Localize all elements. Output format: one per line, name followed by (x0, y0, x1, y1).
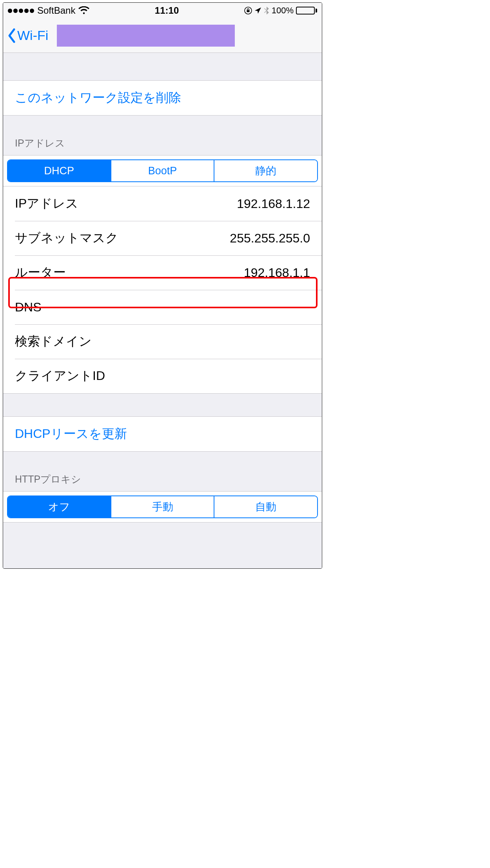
client-id-label: クライアントID (15, 367, 105, 385)
orientation-lock-icon (244, 7, 252, 14)
battery-icon (296, 7, 317, 14)
status-right: 100% (244, 5, 317, 16)
clock: 11:10 (155, 5, 179, 16)
row-ip-address[interactable]: IPアドレス 192.168.1.12 (3, 186, 322, 221)
signal-strength-icon (8, 9, 34, 13)
renew-lease-button[interactable]: DHCPリースを更新 (3, 417, 322, 451)
spacer (3, 116, 322, 137)
segment-dhcp[interactable]: DHCP (8, 160, 111, 181)
subnet-mask-label: サブネットマスク (15, 230, 118, 247)
row-client-id[interactable]: クライアントID (3, 359, 322, 393)
row-router[interactable]: ルーター 192.168.1.1 (3, 255, 322, 290)
segment-bootp[interactable]: BootP (111, 160, 214, 181)
forget-network-label: このネットワーク設定を削除 (15, 89, 181, 107)
proxy-segmented: オフ 手動 自動 (7, 495, 318, 518)
segment-proxy-off[interactable]: オフ (8, 496, 111, 517)
carrier-label: SoftBank (37, 5, 75, 16)
settings-screen: SoftBank 11:10 100% Wi- (3, 2, 322, 569)
proxy-segmented-wrap: オフ 手動 自動 (3, 491, 322, 523)
segment-proxy-manual[interactable]: 手動 (111, 496, 214, 517)
http-proxy-header: HTTPプロキシ (3, 473, 322, 491)
ip-config-segmented-wrap: DHCP BootP 静的 (3, 155, 322, 186)
wifi-icon (78, 6, 89, 15)
dns-label: DNS (15, 300, 42, 315)
spacer (3, 452, 322, 473)
chevron-left-icon (6, 27, 17, 44)
row-subnet-mask[interactable]: サブネットマスク 255.255.255.0 (3, 221, 322, 255)
status-bar: SoftBank 11:10 100% (3, 3, 322, 18)
router-label: ルーター (15, 264, 66, 281)
ip-address-label: IPアドレス (15, 195, 78, 212)
spacer (3, 53, 322, 80)
row-search-domains[interactable]: 検索ドメイン (3, 324, 322, 359)
forget-network-group: このネットワーク設定を削除 (3, 80, 322, 116)
search-domains-label: 検索ドメイン (15, 333, 92, 350)
bluetooth-icon (264, 6, 269, 15)
status-left: SoftBank (8, 5, 89, 16)
back-label: Wi-Fi (17, 28, 48, 43)
subnet-mask-value: 255.255.255.0 (230, 231, 310, 246)
forget-network-button[interactable]: このネットワーク設定を削除 (3, 81, 322, 115)
ip-address-header: IPアドレス (3, 137, 322, 155)
ip-config-segmented: DHCP BootP 静的 (7, 159, 318, 182)
spacer (3, 394, 322, 416)
network-name-redacted (57, 25, 235, 47)
battery-percentage: 100% (272, 5, 294, 16)
router-value: 192.168.1.1 (244, 266, 310, 280)
navigation-bar: Wi-Fi (3, 18, 322, 53)
back-button[interactable]: Wi-Fi (6, 27, 48, 44)
segment-proxy-auto[interactable]: 自動 (214, 496, 317, 517)
segment-static[interactable]: 静的 (214, 160, 317, 181)
ip-address-value: 192.168.1.12 (237, 197, 310, 211)
location-icon (254, 7, 261, 14)
spacer (3, 523, 322, 568)
renew-lease-label: DHCPリースを更新 (15, 425, 127, 443)
renew-lease-group: DHCPリースを更新 (3, 416, 322, 452)
row-dns[interactable]: DNS (3, 290, 322, 324)
ip-details-group: IPアドレス 192.168.1.12 サブネットマスク 255.255.255… (3, 186, 322, 394)
